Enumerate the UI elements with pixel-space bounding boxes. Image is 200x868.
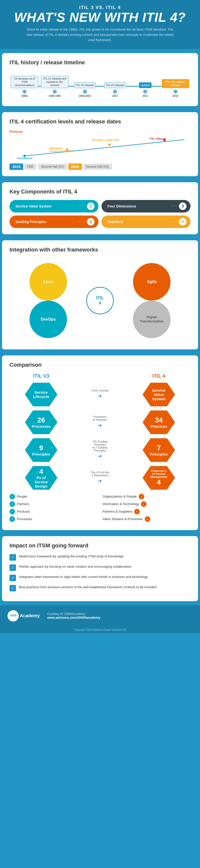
key-components-section: Key Components of ITIL 4 Service Value S… [2,182,198,234]
footer-courtesy: Courtesy of: 20000Academy [47,612,100,616]
timeline-item: ITIL V1 released and expands to 30+ volu… [40,76,70,97]
certification-section: ITIL 4 certification levels and release … [2,112,198,176]
component-four-dimensions: Four Dimensions ······· 3 [101,200,191,213]
itil4-center-circle: ITIL4 [86,287,114,314]
header-description: Since its initial release in the 1980s, … [25,27,175,42]
comp-v3-3: 9Principles [9,438,73,462]
timeline-label: ITIL V2 released [74,82,96,88]
footer-copyright: Copyright ©2019 Advisera Expert Solution… [0,626,200,633]
comp-v4-2: 34Practices [127,410,191,434]
dim-label-products: Products [17,509,30,513]
header: ITIL 3 vs. ITIL 4 What's New With ITIL 4… [0,0,200,49]
header-title: What's New With ITIL 4? [10,10,190,25]
impact-item-3: ✓ Integrates other frameworks to align b… [9,575,191,581]
comp-middle-4: The 4 Ps to the4 Dimensions ➜ [73,471,127,485]
component-svs-badge: 1 [87,203,95,210]
integration-section: Integration with other frameworks Lean A… [2,240,198,349]
dim-icon-value-streams: ✓ [145,516,150,522]
cert-master: ITIL 4 Master [149,137,166,140]
cert-year-2020: 2020 [68,163,82,170]
hex-service-lifecycle: ServiceLifecycle [25,383,58,406]
timeline-dot [113,90,116,93]
hex-svs: ServiceValueSystem [142,383,175,406]
dim-label-people: People [17,495,27,498]
dim-value-streams: Value Streams & Processes ✓ [102,516,191,522]
dim-icon-people: ✓ [9,494,15,499]
cert-period-h2-2020: Second Half (H2) [83,164,112,170]
comp-middle-2: Processesto Practices ➜ [73,415,127,429]
timeline-label: ITIL V3 released [104,82,126,88]
timeline-dot [84,90,87,93]
comp-middle-3: ITIL GuidingPrinciplesto 7 GuidingPrinci… [73,440,127,460]
hex-4-dimensions: Dimensionsof ServiceManagement4 [142,466,175,490]
comparison-header: ITIL V3 ITIL 4 [9,373,191,379]
comp-v4-3: 7Principles [127,438,191,462]
dim-icon-partners-suppliers: ✓ [134,509,140,514]
hex-34-practices: 34Practices [142,410,175,434]
impact-title: Impact on ITSM going forward [9,542,191,549]
timeline: UK develops set of ITSM recommendations … [9,71,191,100]
dim-icon-processes: ✓ [9,516,15,522]
component-dots: ······· [171,220,179,223]
comp-arrow-4: ➜ [98,478,102,484]
component-svs: Service Value System ······· 1 [9,200,99,213]
cert-foundation: Foundation [17,157,32,160]
comp-row-1: ServiceLifecycle Core Concept ➜ ServiceV… [9,383,191,406]
logo-number: 20000 [10,615,17,617]
footer-url: www.advisera.com/20000academy [47,616,100,619]
comp-concept-2: Processesto Practices [93,415,107,421]
comp-arrow-3: ➜ [98,453,102,459]
cert-period-feb: FEB [24,164,36,170]
timeline-year: 1980s [21,95,28,97]
comparison-section: Comparison ITIL V3 ITIL 4 ServiceLifecyc… [2,355,198,530]
key-components-title: Key Components of ITIL 4 [9,188,191,195]
component-practices-badge: 4 [179,218,187,225]
dim-icon-partners: ✓ [9,501,15,507]
footer-info: Courtesy of: 20000Academy www.advisera.c… [47,612,100,619]
comp-arrow-1: ➜ [98,393,102,399]
integration-diagram: Lean Agile DevOps DigitalTransformation … [9,258,191,343]
lean-circle: Lean [30,263,67,301]
timeline-label-updated: updated [139,82,152,88]
timeline-year: 1989-1996 [49,95,61,97]
dim-info-tech: Information & Technology ✓ [102,501,191,507]
released-label: Released [9,130,191,133]
comp-v4-header: ITIL 4 [127,373,191,379]
dim-icon-products: ✓ [9,509,15,514]
dim-col-v3: ✓ People ✓ Partners ✓ Products ✓ Process… [9,494,98,524]
history-title: ITIL history / release timeline [9,59,191,66]
dim-people: ✓ People [9,494,98,499]
logo-circle: 20000 [7,610,19,621]
timeline-year: 2011 [142,95,148,97]
checkmark-icon-2: ✓ [9,564,16,571]
header-subtitle: ITIL 3 vs. ITIL 4 [10,5,190,10]
cert-years-row: 2019 FEB Second Half (H2) 2020 Second Ha… [9,163,191,170]
digital-circle: DigitalTransformation [133,301,170,338]
impact-section: Impact on ITSM going forward ✓ Modernize… [2,536,198,601]
svg-point-3 [108,144,111,146]
component-gp-label: Guiding Principles [13,220,79,224]
cert-year-2019: 2019 [9,163,23,170]
impact-text-3: Integrates other frameworks to align bet… [19,575,148,580]
comp-v3-1: ServiceLifecycle [9,383,73,406]
comp-middle-1: Core Concept ➜ [73,389,127,400]
comp-row-3: 9Principles ITIL GuidingPrinciplesto 7 G… [9,438,191,462]
timeline-item: ITIL V3 released 2007 [100,82,130,97]
cert-period-h2: Second Half (H2) [38,164,67,170]
component-dots: ······· [79,220,87,223]
dim-org-people: Organizations & People ✓ [102,494,191,499]
timeline-label: ITIL V1 released and expands to 30+ volu… [41,76,68,88]
comp-concept-4: The 4 Ps to the4 Dimensions [91,471,109,477]
timeline-item: UK develops set of ITSM recommendations … [9,76,40,97]
cert-sl: Strategic Leader (SL) [92,138,120,142]
checkmark-icon-4: ✓ [9,585,16,591]
comp-v4-1: ServiceValueSystem [127,383,191,406]
footer: 20000 Academy Courtesy of: 20000Academy … [0,605,200,626]
comp-concept-3: ITIL GuidingPrinciplesto 7 GuidingPrinci… [93,440,107,452]
component-practices: Practices ······· 4 [101,216,191,228]
impact-text-4: Best practices from previous versions of… [19,585,157,590]
dim-label-value-streams: Value Streams & Processes [102,517,143,521]
impact-item-4: ✓ Best practices from previous versions … [9,585,191,591]
comp-row-2: 26Processes Processesto Practices ➜ 34Pr… [9,410,191,434]
cert-mp: ManagingProfessional (MP) [49,147,73,153]
